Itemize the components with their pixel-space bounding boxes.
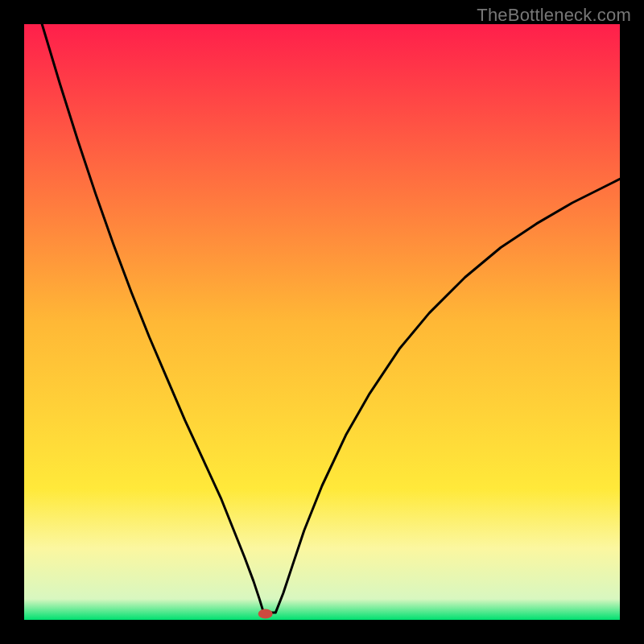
watermark-text: TheBottleneck.com — [477, 5, 631, 26]
bottleneck-curve-chart — [24, 24, 620, 620]
plot-area — [24, 24, 620, 620]
gradient-background — [24, 24, 620, 620]
chart-frame: TheBottleneck.com — [0, 0, 644, 644]
optimal-point-marker — [258, 609, 273, 619]
